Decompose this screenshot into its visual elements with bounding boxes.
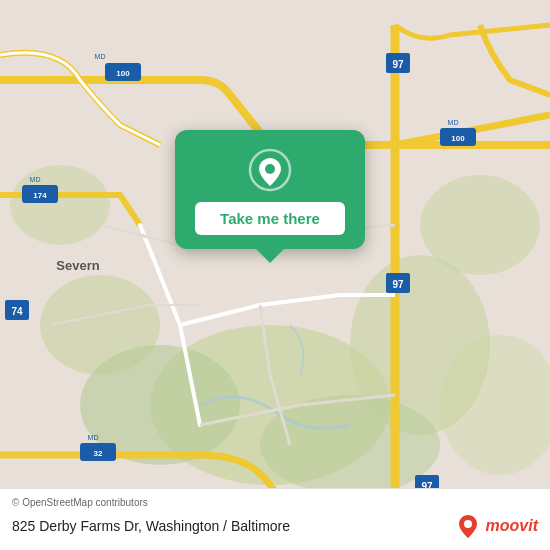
svg-text:Severn: Severn	[56, 258, 99, 273]
svg-text:32: 32	[94, 449, 103, 458]
take-me-there-button[interactable]: Take me there	[195, 202, 345, 235]
address-text: 825 Derby Farms Dr, Washington / Baltimo…	[12, 518, 290, 534]
bottom-bar: © OpenStreetMap contributors 825 Derby F…	[0, 488, 550, 550]
svg-text:97: 97	[392, 279, 404, 290]
svg-text:MD: MD	[448, 119, 459, 126]
svg-point-32	[464, 520, 472, 528]
map-container: 100 MD 100 MD 174 MD 97 97 97 32 MD 74 S…	[0, 0, 550, 550]
moovit-brand-text: moovit	[486, 517, 538, 535]
map-background: 100 MD 100 MD 174 MD 97 97 97 32 MD 74 S…	[0, 0, 550, 550]
svg-text:100: 100	[116, 69, 130, 78]
svg-text:MD: MD	[88, 434, 99, 441]
svg-point-31	[265, 164, 275, 174]
svg-text:100: 100	[451, 134, 465, 143]
svg-text:174: 174	[33, 191, 47, 200]
svg-point-4	[10, 165, 110, 245]
svg-text:MD: MD	[95, 53, 106, 60]
svg-text:97: 97	[392, 59, 404, 70]
svg-text:74: 74	[11, 306, 23, 317]
location-popup: Take me there	[175, 130, 365, 249]
svg-point-6	[420, 175, 540, 275]
map-attribution: © OpenStreetMap contributors	[12, 497, 538, 508]
svg-text:MD: MD	[30, 176, 41, 183]
location-pin-icon	[248, 148, 292, 192]
svg-point-7	[260, 395, 440, 495]
moovit-pin-icon	[454, 512, 482, 540]
moovit-logo: moovit	[454, 512, 538, 540]
